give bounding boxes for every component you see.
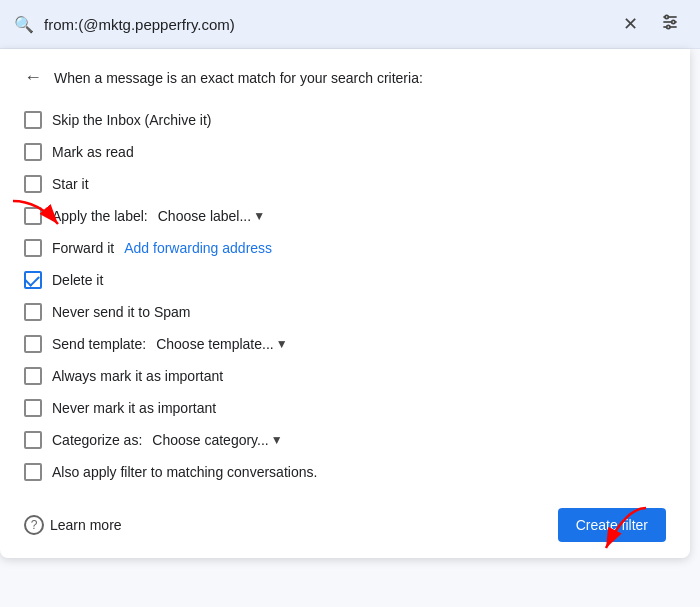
help-icon[interactable]: ? <box>24 515 44 535</box>
label-never-spam: Never send it to Spam <box>52 304 191 320</box>
learn-more-text: Learn more <box>50 517 122 533</box>
checkbox-also-apply[interactable] <box>24 463 42 481</box>
option-delete-it: Delete it <box>24 264 666 296</box>
checkbox-skip-inbox[interactable] <box>24 111 42 129</box>
close-button[interactable]: ✕ <box>617 13 644 35</box>
option-skip-inbox: Skip the Inbox (Archive it) <box>24 104 666 136</box>
label-delete-it: Delete it <box>52 272 103 288</box>
dialog-footer: ? Learn more Create filter <box>24 500 666 542</box>
label-mark-as-read: Mark as read <box>52 144 134 160</box>
option-categorize: Categorize as: Choose category... ▼ <box>24 424 666 456</box>
choose-category-text: Choose category... <box>152 432 268 448</box>
search-icon: 🔍 <box>14 15 34 34</box>
back-button[interactable]: ← <box>24 67 42 88</box>
choose-category-select[interactable]: Choose category... ▼ <box>152 432 282 448</box>
option-star-it: Star it <box>24 168 666 200</box>
learn-more-section: ? Learn more <box>24 515 122 535</box>
choose-category-arrow: ▼ <box>271 433 283 447</box>
checkbox-forward-it[interactable] <box>24 239 42 257</box>
label-star-it: Star it <box>52 176 89 192</box>
option-never-important: Never mark it as important <box>24 392 666 424</box>
svg-point-4 <box>672 20 675 23</box>
choose-template-arrow: ▼ <box>276 337 288 351</box>
option-always-important: Always mark it as important <box>24 360 666 392</box>
svg-point-3 <box>665 15 668 18</box>
create-filter-button[interactable]: Create filter <box>558 508 666 542</box>
checkbox-never-important[interactable] <box>24 399 42 417</box>
label-send-template: Send template: <box>52 336 146 352</box>
option-also-apply: Also apply filter to matching conversati… <box>24 456 666 488</box>
checkbox-always-important[interactable] <box>24 367 42 385</box>
options-list: Skip the Inbox (Archive it) Mark as read… <box>24 104 666 488</box>
filter-options-button[interactable] <box>654 10 686 38</box>
label-never-important: Never mark it as important <box>52 400 216 416</box>
dialog-header: ← When a message is an exact match for y… <box>24 67 666 88</box>
checkbox-never-spam[interactable] <box>24 303 42 321</box>
add-forwarding-address-link[interactable]: Add forwarding address <box>124 240 272 256</box>
choose-label-select[interactable]: Choose label... ▼ <box>158 208 265 224</box>
checkbox-apply-label[interactable] <box>24 207 42 225</box>
option-never-spam: Never send it to Spam <box>24 296 666 328</box>
filter-dialog: ← When a message is an exact match for y… <box>0 49 690 558</box>
label-apply-label: Apply the label: <box>52 208 148 224</box>
option-apply-label: Apply the label: Choose label... ▼ <box>24 200 666 232</box>
option-mark-as-read: Mark as read <box>24 136 666 168</box>
checkbox-categorize[interactable] <box>24 431 42 449</box>
label-skip-inbox: Skip the Inbox (Archive it) <box>52 112 212 128</box>
choose-label-arrow: ▼ <box>253 209 265 223</box>
checkbox-delete-it[interactable] <box>24 271 42 289</box>
choose-template-text: Choose template... <box>156 336 274 352</box>
option-send-template: Send template: Choose template... ▼ <box>24 328 666 360</box>
checkbox-star-it[interactable] <box>24 175 42 193</box>
option-forward-it: Forward it Add forwarding address <box>24 232 666 264</box>
choose-label-text: Choose label... <box>158 208 251 224</box>
checkbox-mark-as-read[interactable] <box>24 143 42 161</box>
search-query: from:(@mktg.pepperfry.com) <box>44 16 607 33</box>
checkbox-send-template[interactable] <box>24 335 42 353</box>
search-bar: 🔍 from:(@mktg.pepperfry.com) ✕ <box>0 0 700 49</box>
label-forward-it: Forward it <box>52 240 114 256</box>
choose-template-select[interactable]: Choose template... ▼ <box>156 336 287 352</box>
label-also-apply: Also apply filter to matching conversati… <box>52 464 317 480</box>
label-always-important: Always mark it as important <box>52 368 223 384</box>
label-categorize: Categorize as: <box>52 432 142 448</box>
svg-point-5 <box>667 25 670 28</box>
dialog-subtitle: When a message is an exact match for you… <box>54 70 423 86</box>
